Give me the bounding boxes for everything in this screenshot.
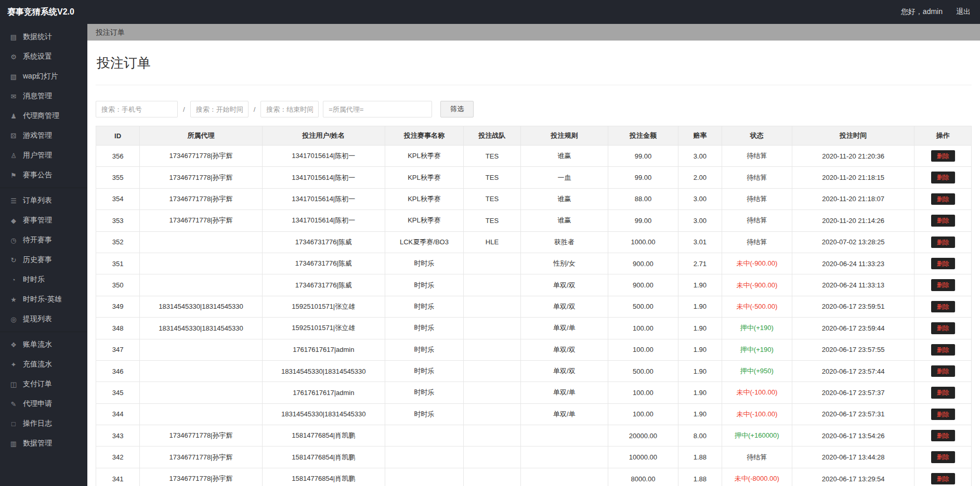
user-cell: 13417015614|陈初一 [262, 210, 385, 231]
id-cell: 355 [96, 167, 140, 188]
sidebar-item-label: 时时乐-英雄 [23, 295, 62, 304]
delete-button[interactable]: 删除 [931, 451, 955, 463]
sidebar-item-label: 订单列表 [23, 196, 52, 205]
delete-button[interactable]: 删除 [931, 150, 955, 162]
time-cell: 2020-06-17 23:57:44 [792, 360, 914, 382]
event-cell [385, 468, 464, 486]
status-cell: 待结算 [722, 146, 792, 167]
sidebar-item-order-list[interactable]: ☰订单列表 [0, 191, 87, 211]
sidebar-item-shishile[interactable]: ◔时时乐 [0, 270, 87, 290]
delete-button[interactable]: 删除 [931, 322, 955, 334]
envelope-icon: ✉ [8, 93, 19, 100]
id-cell: 341 [96, 468, 140, 486]
chart-icon: ▤ [8, 33, 19, 41]
amount-cell: 20000.00 [608, 425, 678, 446]
odds-cell: 1.90 [678, 339, 722, 360]
sidebar-item-agents[interactable]: ♟代理商管理 [0, 106, 87, 126]
delete-button[interactable]: 删除 [931, 172, 955, 183]
status-cell: 待结算 [722, 210, 792, 231]
sidebar-item-data-mgmt[interactable]: ▥数据管理 [0, 434, 87, 453]
delete-button[interactable]: 删除 [931, 237, 955, 248]
id-cell: 349 [96, 296, 140, 317]
logout-link[interactable]: 退出 [956, 7, 971, 17]
user-cell: 13417015614|陈初一 [262, 188, 385, 209]
filter-separator: / [253, 106, 257, 113]
sidebar-item-op-logs[interactable]: □操作日志 [0, 414, 87, 434]
agent-cell: 18314545330|18314545330 [140, 296, 263, 317]
user-cell: 13417015614|陈初一 [262, 167, 385, 188]
rule-cell [520, 425, 608, 446]
sidebar-item-label: 操作日志 [23, 419, 52, 428]
id-cell: 344 [96, 403, 140, 425]
odds-cell: 3.01 [678, 231, 722, 253]
delete-button[interactable]: 删除 [931, 301, 955, 312]
filter-separator: / [182, 106, 186, 113]
sidebar-item-label: 账单流水 [23, 340, 52, 349]
user-icon: ♙ [8, 152, 19, 160]
sidebar-item-withdrawals[interactable]: ◎提现列表 [0, 309, 87, 329]
amount-cell: 500.00 [608, 296, 678, 317]
delete-button[interactable]: 删除 [931, 430, 955, 441]
sidebar-menu: ▤数据统计⚙系统设置▧wap幻灯片✉消息管理♟代理商管理⚄游戏管理♙用户管理⚑赛… [0, 27, 87, 453]
user-cell: 17346731776|陈威 [262, 253, 385, 274]
odds-cell: 3.00 [678, 210, 722, 231]
action-cell: 删除 [914, 146, 972, 167]
delete-button[interactable]: 删除 [931, 473, 955, 484]
orders-table: ID所属代理投注用户/姓名投注赛事名称投注战队投注规则投注金额赔率状态投注时间操… [96, 126, 972, 486]
delete-button[interactable]: 删除 [931, 258, 955, 269]
rule-cell: 获胜者 [520, 231, 608, 253]
status-cell: 未中(-500.00) [722, 296, 792, 317]
amount-cell: 100.00 [608, 382, 678, 403]
sidebar-item-recharge-flow[interactable]: ✦充值流水 [0, 354, 87, 374]
event-cell: 时时乐 [385, 382, 464, 403]
sidebar-item-messages[interactable]: ✉消息管理 [0, 86, 87, 106]
sidebar-item-wap-slides[interactable]: ▧wap幻灯片 [0, 67, 87, 86]
odds-cell: 1.88 [678, 468, 722, 486]
delete-button[interactable]: 删除 [931, 387, 955, 398]
status-cell: 待结算 [722, 231, 792, 253]
team-cell [464, 468, 520, 486]
sidebar-item-bill-flow[interactable]: ❖账单流水 [0, 335, 87, 354]
odds-cell: 3.00 [678, 146, 722, 167]
sidebar-item-shishile-hero[interactable]: ★时时乐-英雄 [0, 290, 87, 309]
delete-button[interactable]: 删除 [931, 193, 955, 205]
sidebar-item-label: 赛事公告 [23, 170, 52, 180]
sidebar-item-event-mgmt[interactable]: ◆赛事管理 [0, 211, 87, 230]
delete-button[interactable]: 删除 [931, 365, 955, 377]
event-cell: 时时乐 [385, 339, 464, 360]
sidebar-item-games[interactable]: ⚄游戏管理 [0, 126, 87, 146]
sidebar-item-settings[interactable]: ⚙系统设置 [0, 47, 87, 67]
sidebar-item-upcoming-events[interactable]: ◷待开赛事 [0, 230, 87, 250]
sidebar-item-announcements[interactable]: ⚑赛事公告 [0, 165, 87, 185]
time-cell: 2020-06-17 13:44:28 [792, 446, 914, 468]
sidebar-item-stats[interactable]: ▤数据统计 [0, 27, 87, 47]
user-cell: 17346731776|陈威 [262, 274, 385, 296]
team-cell: TES [464, 167, 520, 188]
column-header: 状态 [722, 126, 792, 146]
agent-cell: 17346771778|孙宇辉 [140, 468, 263, 486]
history-icon: ↻ [8, 256, 19, 264]
event-cell: KPL秋季赛 [385, 210, 464, 231]
delete-button[interactable]: 删除 [931, 279, 955, 291]
sidebar-item-history-events[interactable]: ↻历史赛事 [0, 250, 87, 270]
slides-icon: ▧ [8, 73, 19, 81]
column-header: 投注战队 [464, 126, 520, 146]
delete-button[interactable]: 删除 [931, 344, 955, 356]
sidebar-item-agent-apply[interactable]: ✎代理申请 [0, 394, 87, 414]
agent-cell: 17346771778|孙宇辉 [140, 188, 263, 209]
sidebar-item-users[interactable]: ♙用户管理 [0, 146, 87, 165]
sidebar-item-label: 历史赛事 [23, 255, 52, 265]
delete-button[interactable]: 删除 [931, 409, 955, 420]
bill-icon: ❖ [8, 341, 19, 349]
odds-cell: 3.00 [678, 188, 722, 209]
rule-cell: 单双/双 [520, 339, 608, 360]
delete-button[interactable]: 删除 [931, 215, 955, 226]
filter-submit-button[interactable]: 筛选 [440, 101, 474, 117]
search-end-time-input[interactable] [260, 101, 319, 117]
sidebar-item-payment-orders[interactable]: ◫支付订单 [0, 374, 87, 394]
main-area: 投注订单 投注订单 / / 筛选 [87, 24, 980, 486]
search-phone-input[interactable] [96, 101, 178, 117]
time-cell: 2020-11-20 21:14:26 [792, 210, 914, 231]
search-start-time-input[interactable] [190, 101, 249, 117]
agent-filter-input[interactable] [323, 101, 432, 117]
